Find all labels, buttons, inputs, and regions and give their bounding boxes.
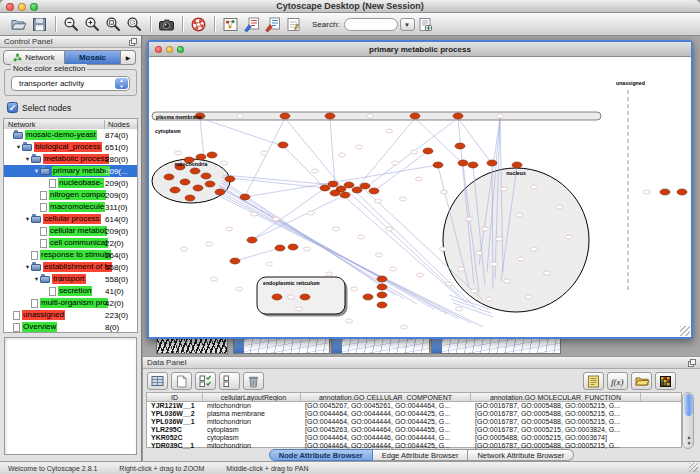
background-window[interactable] [233, 338, 330, 354]
network-node[interactable] [288, 244, 298, 250]
open-session-icon[interactable] [8, 14, 29, 34]
network-node-small[interactable] [441, 190, 448, 194]
network-window-titlebar[interactable]: primary metabolic process [149, 42, 691, 57]
network-node[interactable] [423, 148, 433, 154]
zoom-selected-icon[interactable] [124, 14, 145, 34]
tree-row[interactable]: ▼biological_process651(0) [4, 141, 137, 153]
table-row[interactable]: YLR295Ccytoplasm[GO:0045263, GO:0044464,… [147, 426, 681, 434]
network-node-small[interactable] [644, 190, 651, 194]
network-node[interactable] [180, 179, 190, 185]
network-node-small[interactable] [482, 227, 489, 231]
node-color-dropdown[interactable]: transporter activity ▲▼ [11, 76, 130, 91]
network-node[interactable] [164, 174, 174, 180]
tree-row[interactable]: cellular metabol209(0) [4, 225, 137, 237]
import-attributes-folder-icon[interactable] [631, 372, 652, 390]
zoom-view-button[interactable] [177, 46, 184, 53]
network-node[interactable] [201, 173, 211, 179]
network-edge[interactable] [235, 248, 280, 261]
close-window-button[interactable] [6, 3, 14, 11]
network-node-small[interactable] [237, 114, 244, 118]
disclosure-triangle-icon[interactable]: ▼ [33, 276, 40, 282]
network-node-small[interactable] [456, 307, 463, 311]
network-node[interactable] [377, 284, 387, 290]
network-node[interactable] [677, 189, 687, 195]
annotation-icon[interactable] [283, 14, 304, 34]
network-node-small[interactable] [526, 295, 533, 299]
network-node[interactable] [377, 292, 387, 298]
network-node[interactable] [325, 113, 335, 119]
network-node-small[interactable] [346, 319, 353, 323]
network-edge[interactable] [330, 118, 335, 187]
network-node-small[interactable] [518, 257, 525, 261]
network-node-small[interactable] [416, 177, 423, 181]
network-node-small[interactable] [226, 227, 233, 231]
network-node-small[interactable] [501, 187, 508, 191]
network-node[interactable] [185, 195, 195, 201]
tree-row[interactable]: response to stimulu264(0) [4, 249, 137, 261]
network-node-small[interactable] [497, 114, 504, 118]
tab-node-attribute-browser[interactable]: Node Attribute Browser [269, 449, 373, 461]
network-node-small[interactable] [333, 227, 340, 231]
network-node[interactable] [247, 237, 257, 243]
network-node-small[interactable] [356, 145, 363, 149]
network-node[interactable] [300, 294, 310, 300]
network-node[interactable] [225, 176, 235, 182]
network-canvas[interactable]: plasma membranecytoplasmmitochondrianucl… [149, 57, 691, 337]
birds-eye-view[interactable] [4, 337, 137, 455]
table-row[interactable]: YPL036W__2plasma membrane[GO:0044464, GO… [147, 410, 681, 418]
network-node[interactable] [433, 162, 443, 168]
new-attribute-icon[interactable] [171, 372, 192, 390]
network-node-small[interactable] [181, 247, 188, 251]
tree-row[interactable]: ▼establishment of lo558(0) [4, 261, 137, 273]
network-overview-icon[interactable] [220, 14, 241, 34]
search-options-dropdown[interactable]: ▼ [400, 18, 415, 31]
network-node-small[interactable] [308, 211, 315, 215]
tree-row[interactable]: multi-organism pro42(0) [4, 297, 137, 309]
column-header[interactable]: annotation.GO CELLULAR_COMPONENT [301, 393, 471, 401]
network-node[interactable] [240, 194, 250, 200]
disclosure-triangle-icon[interactable]: ▼ [15, 144, 22, 150]
tree-row[interactable]: mosaic-demo-yeast874(0) [4, 129, 137, 141]
network-node-small[interactable] [390, 267, 397, 271]
table-row[interactable]: YJR121W__1mitochondrion[GO:0045267, GO:0… [147, 402, 681, 410]
network-node-small[interactable] [440, 247, 447, 251]
network-node[interactable] [344, 182, 354, 188]
network-node-small[interactable] [266, 262, 273, 266]
tree-row[interactable]: macromolecule311(0) [4, 201, 137, 213]
network-node-small[interactable] [261, 151, 268, 155]
network-node-small[interactable] [411, 150, 418, 154]
network-node[interactable] [455, 143, 465, 149]
network-node-small[interactable] [236, 287, 243, 291]
network-node[interactable] [360, 183, 370, 189]
network-node-small[interactable] [273, 217, 280, 221]
network-node[interactable] [453, 113, 463, 119]
network-edge[interactable] [374, 151, 428, 191]
table-row[interactable]: YPL036W__1mitochondrion[GO:0044464, GO:0… [147, 418, 681, 426]
column-header[interactable]: ID [147, 393, 203, 401]
network-node-small[interactable] [486, 297, 493, 301]
network-node-small[interactable] [339, 153, 346, 157]
network-node-small[interactable] [400, 197, 407, 201]
network-node[interactable] [363, 294, 373, 300]
tree-row[interactable]: secretion41(0) [4, 285, 137, 297]
network-node[interactable] [340, 192, 350, 198]
tab-mosaic[interactable]: Mosaic [65, 50, 121, 65]
network-node-small[interactable] [358, 235, 365, 239]
network-node-small[interactable] [206, 242, 213, 246]
background-window[interactable] [331, 338, 430, 354]
network-node-small[interactable] [351, 287, 358, 291]
disclosure-triangle-icon[interactable]: ▼ [24, 264, 31, 270]
network-node[interactable] [369, 188, 379, 194]
disclosure-triangle-icon[interactable]: ▼ [33, 168, 40, 174]
tree-row[interactable]: ▼cellular process614(0) [4, 213, 137, 225]
tree-row[interactable]: ▼transport558(0) [4, 273, 137, 285]
network-node-small[interactable] [288, 295, 295, 299]
tree-col-network[interactable]: Network [8, 120, 36, 129]
select-attributes-icon[interactable] [147, 372, 168, 390]
network-node[interactable] [230, 258, 240, 264]
network-node-small[interactable] [221, 161, 228, 165]
tab-overflow-arrow[interactable]: ▶ [121, 50, 136, 65]
network-node-small[interactable] [566, 235, 573, 239]
network-node-small[interactable] [466, 217, 473, 221]
network-node-small[interactable] [531, 185, 538, 189]
